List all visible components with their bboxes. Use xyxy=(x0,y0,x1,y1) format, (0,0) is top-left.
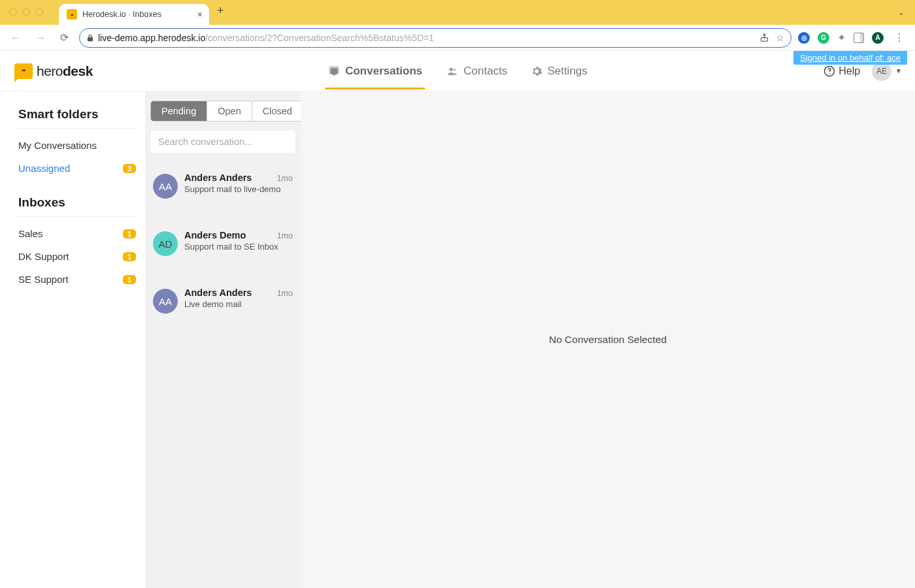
nav-label: Contacts xyxy=(463,65,507,78)
avatar: AA xyxy=(153,289,178,314)
sidebar-item-label: SE Support xyxy=(18,274,69,285)
nav-settings[interactable]: Settings xyxy=(528,53,590,90)
conversation-sender: Anders Anders xyxy=(184,287,252,298)
conversation-item[interactable]: AD Anders Demo 1mo Support mail to SE In… xyxy=(150,222,295,280)
count-badge: 1 xyxy=(123,252,136,261)
bookmark-icon[interactable]: ☆ xyxy=(776,33,784,43)
svg-point-2 xyxy=(450,67,453,71)
minimize-window-icon[interactable] xyxy=(22,8,30,16)
sidebar-item-unassigned[interactable]: Unassigned 3 xyxy=(18,157,136,180)
new-tab-button[interactable]: + xyxy=(217,4,224,18)
sidebar-item-label: Unassigned xyxy=(18,163,70,174)
gear-icon xyxy=(531,65,542,77)
search-input[interactable] xyxy=(158,137,288,147)
url-text: live-demo.app.herodesk.io/conversations/… xyxy=(98,33,756,43)
extension-icons: ◎ G ✦ A ⋮ xyxy=(798,31,908,44)
nav-label: Conversations xyxy=(345,65,422,78)
conversation-subject: Support mail to live-demo xyxy=(184,184,293,194)
sidebar-item-label: DK Support xyxy=(18,251,69,262)
conversation-sender: Anders Anders xyxy=(184,172,252,183)
nav-conversations[interactable]: Conversations xyxy=(325,53,425,90)
count-badge: 3 xyxy=(123,164,136,173)
sidebar: Smart folders My Conversations Unassigne… xyxy=(0,91,145,588)
reload-button[interactable]: ⟳ xyxy=(56,29,73,46)
sidebar-item-dk-support[interactable]: DK Support 1 xyxy=(18,245,136,268)
profile-avatar-icon[interactable]: A xyxy=(872,32,884,44)
conversation-sender: Anders Demo xyxy=(184,230,246,240)
sidebar-item-sales[interactable]: Sales 1 xyxy=(18,222,136,245)
help-label: Help xyxy=(839,65,860,77)
svg-point-5 xyxy=(829,73,830,74)
logo-mark-icon xyxy=(14,63,33,79)
conversation-list-column: Pending Open Closed AA Anders Anders 1mo… xyxy=(145,91,301,588)
tab-close-icon[interactable]: × xyxy=(197,9,203,20)
svg-rect-0 xyxy=(88,37,93,41)
share-icon[interactable] xyxy=(759,33,769,43)
address-bar[interactable]: live-demo.app.herodesk.io/conversations/… xyxy=(79,28,791,48)
impersonation-banner[interactable]: Signed in on behalf of: ace xyxy=(793,51,907,65)
smart-folders-heading: Smart folders xyxy=(18,107,136,129)
conversation-item[interactable]: AA Anders Anders 1mo Support mail to liv… xyxy=(150,165,295,222)
tabs-dropdown-icon[interactable]: ⌄ xyxy=(898,8,905,17)
conversation-subject: Live demo mail xyxy=(184,299,293,309)
filter-pending[interactable]: Pending xyxy=(151,101,207,121)
conversation-item[interactable]: AA Anders Anders 1mo Live demo mail xyxy=(150,280,295,337)
chevron-down-icon: ▼ xyxy=(895,67,902,74)
side-panel-icon[interactable] xyxy=(854,33,864,43)
status-filter: Pending Open Closed xyxy=(150,101,303,122)
empty-state-text: No Conversation Selected xyxy=(549,334,667,346)
filter-closed[interactable]: Closed xyxy=(252,101,303,121)
conversation-detail: No Conversation Selected xyxy=(301,91,915,588)
conversation-subject: Support mail to SE Inbox xyxy=(184,242,293,252)
browser-menu-icon[interactable]: ⋮ xyxy=(891,31,907,44)
app-header: Signed in on behalf of: ace herodesk Con… xyxy=(0,51,915,91)
window-controls xyxy=(9,8,43,16)
extension-grammarly-icon[interactable]: G xyxy=(818,32,829,44)
app-body: Smart folders My Conversations Unassigne… xyxy=(0,91,915,588)
extension-1password-icon[interactable]: ◎ xyxy=(798,32,810,44)
sidebar-item-label: My Conversations xyxy=(18,140,97,151)
browser-tab-strip: Herodesk.io · Inboxes × + ⌄ xyxy=(0,0,915,25)
tab-favicon-icon xyxy=(67,9,77,20)
sidebar-item-my-conversations[interactable]: My Conversations xyxy=(18,134,136,157)
conversation-time: 1mo xyxy=(277,231,293,240)
nav-contacts[interactable]: Contacts xyxy=(443,53,510,90)
avatar: AD xyxy=(153,231,178,256)
logo[interactable]: herodesk xyxy=(14,63,93,79)
close-window-icon[interactable] xyxy=(9,8,17,16)
count-badge: 1 xyxy=(123,229,136,238)
sidebar-item-label: Sales xyxy=(18,228,43,239)
logo-text: herodesk xyxy=(37,63,93,79)
avatar: AA xyxy=(153,174,178,199)
nav-label: Settings xyxy=(547,65,587,78)
back-button[interactable]: ← xyxy=(7,29,25,46)
lock-icon xyxy=(86,34,94,42)
svg-point-3 xyxy=(454,69,456,71)
maximize-window-icon[interactable] xyxy=(35,8,43,16)
browser-tab[interactable]: Herodesk.io · Inboxes × xyxy=(59,4,209,25)
tab-title: Herodesk.io · Inboxes xyxy=(82,10,192,19)
filter-open[interactable]: Open xyxy=(207,101,252,121)
conversations-icon xyxy=(327,65,341,77)
browser-toolbar: ← → ⟳ live-demo.app.herodesk.io/conversa… xyxy=(0,25,915,51)
conversation-time: 1mo xyxy=(277,174,293,183)
count-badge: 1 xyxy=(123,275,136,284)
main-nav: Conversations Contacts Settings xyxy=(325,53,590,90)
conversation-time: 1mo xyxy=(277,289,293,298)
forward-button[interactable]: → xyxy=(31,29,50,46)
help-icon xyxy=(824,65,835,77)
sidebar-item-se-support[interactable]: SE Support 1 xyxy=(18,268,136,291)
contacts-icon xyxy=(446,66,459,76)
inboxes-heading: Inboxes xyxy=(18,195,136,217)
help-link[interactable]: Help xyxy=(824,65,860,77)
extensions-icon[interactable]: ✦ xyxy=(837,31,846,44)
search-box[interactable] xyxy=(150,131,295,153)
